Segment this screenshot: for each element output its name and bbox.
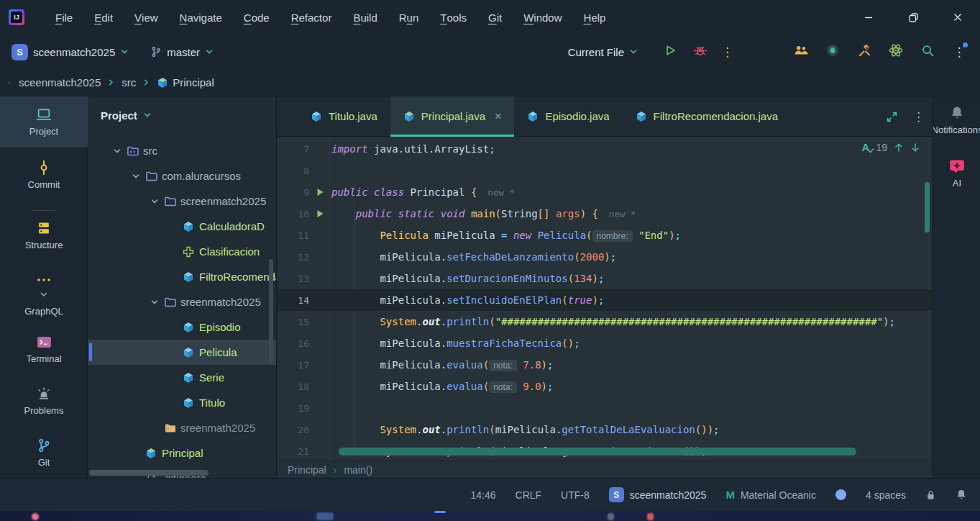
- stripe-item-more[interactable]: [0, 272, 88, 288]
- tree-item-pelicula[interactable]: Pelicula: [88, 340, 277, 365]
- more-run-actions-button[interactable]: ⋮: [717, 41, 738, 63]
- profiler-button[interactable]: [822, 41, 843, 63]
- tab-filtrorecomendacion.java[interactable]: FiltroRecomendacion.java: [623, 96, 791, 136]
- stripe-item-ai[interactable]: AI: [933, 158, 980, 189]
- tree-item-screenmatch2025[interactable]: screenmatch2025: [88, 189, 277, 214]
- tree-item-sreenmath2025[interactable]: sreenmath2025: [88, 415, 277, 440]
- code-line-16[interactable]: 16 miPelicula.muestraFichaTecnica();: [278, 332, 932, 354]
- tree-chevron-icon[interactable]: [147, 298, 162, 307]
- code-line-19[interactable]: 19: [278, 397, 932, 419]
- tree-item-calculadorad[interactable]: CalculadoraD: [88, 214, 277, 239]
- tab-titulo.java[interactable]: Titulo.java: [298, 96, 390, 136]
- breadcrumb-method[interactable]: main(): [344, 464, 372, 476]
- code-line-17[interactable]: 17 miPelicula.evalua(nota: 7.8);: [278, 354, 932, 376]
- stripe-item-commit[interactable]: Commit: [0, 160, 88, 190]
- code-line-8[interactable]: 8: [278, 160, 932, 181]
- code-line-9[interactable]: 9public class Principal { new *: [278, 181, 932, 203]
- tree-item-comaluracursos[interactable]: com.aluracursos: [88, 163, 277, 189]
- tree-horizontal-scrollbar[interactable]: [89, 470, 209, 476]
- code-line-20[interactable]: 20 System.out.println(miPelicula.getTota…: [278, 419, 932, 440]
- tab-close-icon[interactable]: ×: [495, 110, 501, 123]
- run-configuration-selector[interactable]: Current File: [562, 42, 644, 62]
- code-line-7[interactable]: 7import java.util.ArrayList;: [278, 138, 932, 160]
- stripe-item-project[interactable]: Project: [0, 96, 88, 148]
- code-line-10[interactable]: 10 public static void main(String[] args…: [278, 203, 932, 225]
- tree-item-clasificacion[interactable]: Clasificacion: [88, 239, 277, 264]
- tree-chevron-icon[interactable]: [128, 172, 144, 181]
- main-menu-kebab-button[interactable]: ⋮: [948, 41, 970, 63]
- encoding-widget[interactable]: UTF-8: [561, 489, 590, 501]
- lock-icon[interactable]: [925, 489, 936, 501]
- debug-button[interactable]: [690, 41, 711, 63]
- stripe-item-git[interactable]: Git: [0, 438, 88, 468]
- tree-item-episodio[interactable]: Episodio: [88, 314, 277, 340]
- menu-run[interactable]: Run: [388, 0, 430, 35]
- breadcrumb-project[interactable]: sceenmatch2025: [19, 76, 101, 89]
- status-indicator-dot[interactable]: [835, 489, 846, 500]
- prev-problem-arrow-icon[interactable]: [894, 142, 904, 153]
- menu-build[interactable]: Build: [342, 0, 388, 35]
- menu-view[interactable]: View: [124, 0, 169, 35]
- tree-chevron-icon[interactable]: [109, 147, 125, 155]
- build-tools-button[interactable]: [853, 41, 875, 63]
- menu-window[interactable]: Window: [513, 0, 572, 35]
- next-problem-arrow-icon[interactable]: [910, 142, 920, 153]
- close-button[interactable]: [935, 0, 980, 35]
- stripe-item-problems[interactable]: Problems: [0, 386, 88, 416]
- code-line-14[interactable]: 14 miPelicula.setIncluidoEnElPlan(true);: [278, 289, 932, 311]
- menu-navigate[interactable]: Navigate: [169, 0, 233, 35]
- tree-item-src[interactable]: src: [88, 138, 277, 163]
- restore-button[interactable]: [891, 0, 935, 35]
- breadcrumb-src[interactable]: src: [122, 76, 136, 89]
- code-with-me-button[interactable]: [790, 41, 812, 63]
- code-line-13[interactable]: 13 miPelicula.setDuracionEnMinutos(134);: [278, 268, 932, 289]
- breadcrumb-file[interactable]: Principal: [157, 76, 214, 89]
- menu-refactor[interactable]: Refactor: [280, 0, 343, 35]
- tree-vertical-scrollbar[interactable]: [269, 259, 273, 363]
- tree-item-filtrorecomendacion[interactable]: FiltroRecomendacion: [88, 264, 277, 289]
- status-project-widget[interactable]: S sceenmatch2025: [609, 487, 707, 502]
- menu-tools[interactable]: Tools: [429, 0, 477, 35]
- editor-horizontal-scrollbar[interactable]: [339, 448, 856, 456]
- menu-edit[interactable]: Edit: [83, 0, 124, 35]
- code-line-12[interactable]: 12 miPelicula.setFechaDeLanzamiento(2000…: [278, 246, 932, 268]
- expand-icon[interactable]: [886, 111, 898, 123]
- tab-principal.java[interactable]: Principal.java×: [390, 96, 515, 136]
- run-gutter-icon[interactable]: [309, 188, 331, 196]
- stripe-item-notifications[interactable]: Notifications: [933, 105, 980, 135]
- code-editor[interactable]: 7import java.util.ArrayList;89public cla…: [278, 137, 932, 461]
- tree-item-principal[interactable]: Principal: [88, 440, 277, 466]
- line-separator-widget[interactable]: CRLF: [516, 489, 542, 501]
- project-widget[interactable]: S sceenmatch2025: [6, 40, 134, 64]
- code-line-18[interactable]: 18 miPelicula.evalua(nota: 9.0);: [278, 376, 932, 397]
- indent-widget[interactable]: 4 spaces: [866, 489, 906, 501]
- run-gutter-icon[interactable]: [309, 209, 331, 218]
- stripe-item-terminal[interactable]: Terminal: [0, 334, 88, 364]
- project-panel-header[interactable]: Project: [88, 96, 276, 134]
- menu-git[interactable]: Git: [477, 0, 513, 35]
- menu-file[interactable]: File: [45, 0, 83, 35]
- menu-code[interactable]: Code: [233, 0, 280, 35]
- notifications-bell-icon[interactable]: [956, 489, 967, 501]
- code-line-15[interactable]: 15 System.out.println("#################…: [278, 311, 932, 332]
- menu-help[interactable]: Help: [573, 0, 617, 35]
- branch-widget[interactable]: master: [145, 42, 219, 62]
- run-button[interactable]: [659, 41, 681, 63]
- tab-episodio.java[interactable]: Episodio.java: [514, 96, 622, 136]
- editor-vertical-scrollbar[interactable]: [925, 182, 930, 232]
- search-everywhere-button[interactable]: [917, 41, 938, 63]
- minimize-button[interactable]: [846, 0, 891, 35]
- tree-item-titulo[interactable]: Titulo: [88, 390, 277, 415]
- stripe-item-graphql[interactable]: GraphQL: [0, 286, 88, 317]
- atom-plugin-button[interactable]: [885, 41, 907, 63]
- inspections-widget[interactable]: A 19: [862, 141, 920, 153]
- theme-widget[interactable]: M Material Oceanic: [725, 489, 816, 501]
- tree-chevron-icon[interactable]: [147, 197, 162, 206]
- tree-item-sreenmatch2025[interactable]: sreenmatch2025: [88, 289, 277, 314]
- code-line-11[interactable]: 11 Pelicula miPelicula = new Pelicula(no…: [278, 225, 932, 246]
- stripe-item-structure[interactable]: Structure: [0, 220, 88, 250]
- tab-options-kebab[interactable]: ⋮: [912, 109, 925, 124]
- tree-item-serie[interactable]: Serie: [88, 365, 277, 390]
- breadcrumb-class[interactable]: Principal: [288, 464, 326, 476]
- line-number: 7: [278, 144, 309, 155]
